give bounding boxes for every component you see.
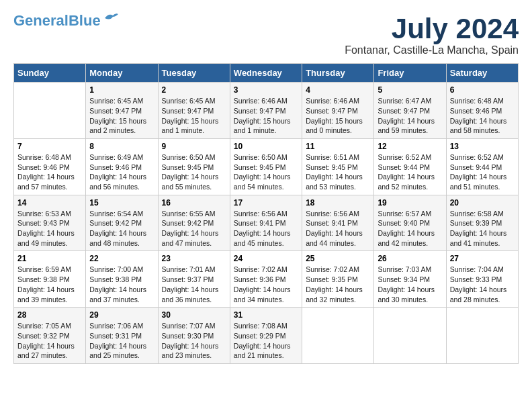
day-number: 1	[89, 85, 154, 95]
day-info: Sunrise: 6:52 AM Sunset: 9:44 PM Dayligh…	[450, 152, 515, 192]
day-info: Sunrise: 6:57 AM Sunset: 9:40 PM Dayligh…	[378, 209, 442, 248]
day-info: Sunrise: 7:03 AM Sunset: 9:34 PM Dayligh…	[378, 265, 442, 304]
location: Fontanar, Castille-La Mancha, Spain	[345, 44, 519, 56]
day-number: 28	[17, 310, 82, 320]
calendar-cell: 6Sunrise: 6:48 AM Sunset: 9:46 PM Daylig…	[446, 83, 518, 139]
calendar-cell: 18Sunrise: 6:56 AM Sunset: 9:41 PM Dayli…	[302, 195, 374, 251]
calendar-week-row: 28Sunrise: 7:05 AM Sunset: 9:32 PM Dayli…	[14, 308, 519, 364]
day-number: 25	[306, 254, 370, 263]
day-info: Sunrise: 6:56 AM Sunset: 9:41 PM Dayligh…	[306, 209, 370, 248]
calendar-cell: 31Sunrise: 7:08 AM Sunset: 9:29 PM Dayli…	[230, 308, 302, 364]
calendar-cell: 26Sunrise: 7:03 AM Sunset: 9:34 PM Dayli…	[374, 251, 446, 308]
day-number: 12	[378, 142, 442, 151]
calendar-cell: 5Sunrise: 6:47 AM Sunset: 9:47 PM Daylig…	[374, 83, 446, 139]
day-info: Sunrise: 6:47 AM Sunset: 9:47 PM Dayligh…	[378, 96, 442, 136]
calendar-header-thursday: Thursday	[302, 64, 374, 83]
day-info: Sunrise: 6:52 AM Sunset: 9:44 PM Dayligh…	[378, 152, 442, 192]
calendar-cell	[374, 308, 446, 364]
calendar-header-tuesday: Tuesday	[158, 64, 230, 83]
calendar-table: SundayMondayTuesdayWednesdayThursdayFrid…	[13, 63, 519, 364]
day-info: Sunrise: 7:08 AM Sunset: 9:29 PM Dayligh…	[234, 321, 298, 361]
calendar-cell	[14, 83, 86, 139]
day-number: 2	[162, 85, 226, 95]
calendar-cell: 11Sunrise: 6:51 AM Sunset: 9:45 PM Dayli…	[302, 138, 374, 195]
day-number: 8	[89, 142, 154, 151]
calendar-cell: 20Sunrise: 6:58 AM Sunset: 9:39 PM Dayli…	[446, 195, 518, 251]
day-number: 29	[89, 310, 154, 320]
calendar-cell: 14Sunrise: 6:53 AM Sunset: 9:43 PM Dayli…	[14, 195, 86, 251]
calendar-week-row: 7Sunrise: 6:48 AM Sunset: 9:46 PM Daylig…	[14, 138, 519, 195]
calendar-cell: 25Sunrise: 7:02 AM Sunset: 9:35 PM Dayli…	[302, 251, 374, 308]
day-info: Sunrise: 7:01 AM Sunset: 9:37 PM Dayligh…	[162, 265, 226, 304]
calendar-cell: 12Sunrise: 6:52 AM Sunset: 9:44 PM Dayli…	[374, 138, 446, 195]
calendar-cell: 23Sunrise: 7:01 AM Sunset: 9:37 PM Dayli…	[158, 251, 230, 308]
calendar-header-sunday: Sunday	[14, 64, 86, 83]
calendar-header-monday: Monday	[86, 64, 158, 83]
day-info: Sunrise: 7:06 AM Sunset: 9:31 PM Dayligh…	[89, 321, 154, 361]
day-info: Sunrise: 6:46 AM Sunset: 9:47 PM Dayligh…	[306, 96, 370, 136]
calendar-cell: 17Sunrise: 6:56 AM Sunset: 9:41 PM Dayli…	[230, 195, 302, 251]
day-number: 11	[306, 142, 370, 151]
day-number: 18	[306, 198, 370, 208]
calendar-cell: 27Sunrise: 7:04 AM Sunset: 9:33 PM Dayli…	[446, 251, 518, 308]
day-number: 19	[378, 198, 442, 208]
day-number: 3	[234, 85, 298, 95]
calendar-cell: 24Sunrise: 7:02 AM Sunset: 9:36 PM Dayli…	[230, 251, 302, 308]
calendar-cell: 29Sunrise: 7:06 AM Sunset: 9:31 PM Dayli…	[86, 308, 158, 364]
logo-bird-icon	[103, 11, 118, 24]
day-number: 22	[89, 254, 154, 263]
calendar-cell: 2Sunrise: 6:45 AM Sunset: 9:47 PM Daylig…	[158, 83, 230, 139]
calendar-cell: 19Sunrise: 6:57 AM Sunset: 9:40 PM Dayli…	[374, 195, 446, 251]
day-number: 27	[450, 254, 515, 263]
day-number: 10	[234, 142, 298, 151]
day-info: Sunrise: 6:45 AM Sunset: 9:47 PM Dayligh…	[162, 96, 226, 136]
day-number: 24	[234, 254, 298, 263]
calendar-cell: 4Sunrise: 6:46 AM Sunset: 9:47 PM Daylig…	[302, 83, 374, 139]
calendar-cell: 8Sunrise: 6:49 AM Sunset: 9:46 PM Daylig…	[86, 138, 158, 195]
day-info: Sunrise: 6:46 AM Sunset: 9:47 PM Dayligh…	[234, 96, 298, 136]
day-info: Sunrise: 6:59 AM Sunset: 9:38 PM Dayligh…	[17, 265, 82, 304]
day-info: Sunrise: 6:49 AM Sunset: 9:46 PM Dayligh…	[89, 152, 154, 192]
month-title: July 2024	[345, 13, 519, 44]
day-info: Sunrise: 6:51 AM Sunset: 9:45 PM Dayligh…	[306, 152, 370, 192]
calendar-cell: 1Sunrise: 6:45 AM Sunset: 9:47 PM Daylig…	[86, 83, 158, 139]
day-info: Sunrise: 6:48 AM Sunset: 9:46 PM Dayligh…	[17, 152, 82, 192]
day-number: 7	[17, 142, 82, 151]
calendar-header-wednesday: Wednesday	[230, 64, 302, 83]
calendar-header-saturday: Saturday	[446, 64, 518, 83]
calendar-cell: 7Sunrise: 6:48 AM Sunset: 9:46 PM Daylig…	[14, 138, 86, 195]
day-number: 6	[450, 85, 515, 95]
calendar-week-row: 21Sunrise: 6:59 AM Sunset: 9:38 PM Dayli…	[14, 251, 519, 308]
day-info: Sunrise: 6:45 AM Sunset: 9:47 PM Dayligh…	[89, 96, 154, 136]
day-number: 13	[450, 142, 515, 151]
day-info: Sunrise: 6:55 AM Sunset: 9:42 PM Dayligh…	[162, 209, 226, 248]
calendar-cell: 28Sunrise: 7:05 AM Sunset: 9:32 PM Dayli…	[14, 308, 86, 364]
day-info: Sunrise: 6:50 AM Sunset: 9:45 PM Dayligh…	[234, 152, 298, 192]
calendar-cell: 10Sunrise: 6:50 AM Sunset: 9:45 PM Dayli…	[230, 138, 302, 195]
day-number: 30	[162, 310, 226, 320]
logo: GeneralBlue	[13, 13, 118, 28]
day-number: 26	[378, 254, 442, 263]
day-number: 20	[450, 198, 515, 208]
calendar-header-friday: Friday	[374, 64, 446, 83]
day-number: 23	[162, 254, 226, 263]
day-number: 14	[17, 198, 82, 208]
day-info: Sunrise: 6:58 AM Sunset: 9:39 PM Dayligh…	[450, 209, 515, 248]
day-info: Sunrise: 7:04 AM Sunset: 9:33 PM Dayligh…	[450, 265, 515, 304]
day-number: 5	[378, 85, 442, 95]
logo-text: GeneralBlue	[13, 13, 101, 28]
calendar-cell: 30Sunrise: 7:07 AM Sunset: 9:30 PM Dayli…	[158, 308, 230, 364]
day-info: Sunrise: 6:53 AM Sunset: 9:43 PM Dayligh…	[17, 209, 82, 248]
calendar-cell: 21Sunrise: 6:59 AM Sunset: 9:38 PM Dayli…	[14, 251, 86, 308]
calendar-cell: 9Sunrise: 6:50 AM Sunset: 9:45 PM Daylig…	[158, 138, 230, 195]
day-info: Sunrise: 6:56 AM Sunset: 9:41 PM Dayligh…	[234, 209, 298, 248]
day-info: Sunrise: 7:02 AM Sunset: 9:36 PM Dayligh…	[234, 265, 298, 304]
day-info: Sunrise: 7:02 AM Sunset: 9:35 PM Dayligh…	[306, 265, 370, 304]
calendar-cell: 22Sunrise: 7:00 AM Sunset: 9:38 PM Dayli…	[86, 251, 158, 308]
day-number: 16	[162, 198, 226, 208]
day-info: Sunrise: 7:05 AM Sunset: 9:32 PM Dayligh…	[17, 321, 82, 361]
day-info: Sunrise: 6:54 AM Sunset: 9:42 PM Dayligh…	[89, 209, 154, 248]
day-number: 31	[234, 310, 298, 320]
day-info: Sunrise: 6:50 AM Sunset: 9:45 PM Dayligh…	[162, 152, 226, 192]
calendar-week-row: 1Sunrise: 6:45 AM Sunset: 9:47 PM Daylig…	[14, 83, 519, 139]
